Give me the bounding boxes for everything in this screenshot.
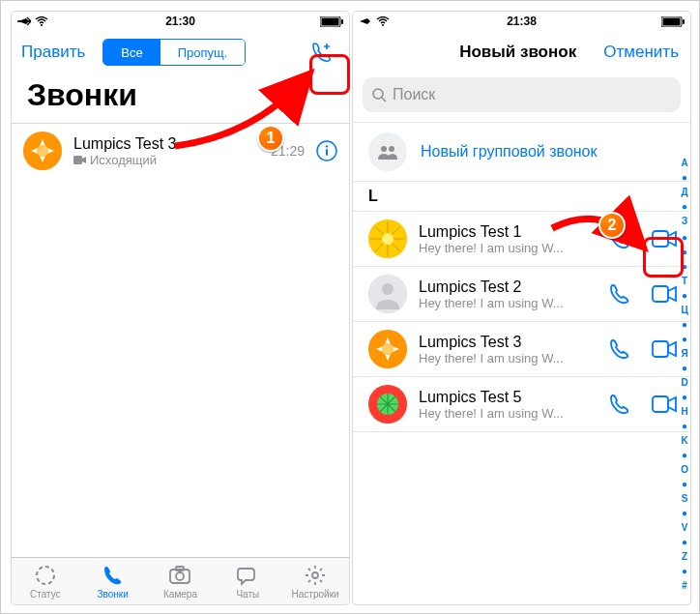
group-call-label: Новый групповой звонок [421,143,598,161]
voice-call-button[interactable] [603,278,636,310]
contact-name: Lumpics Test 5 [419,389,592,406]
camera-icon [168,564,191,587]
call-list-item[interactable]: Lumpics Test 3 Исходящий 21:29 [12,124,349,178]
video-call-button[interactable] [648,278,681,310]
nav-title: Новый звонок [432,43,603,62]
index-letter[interactable]: ● [682,362,687,374]
svg-rect-17 [663,17,681,25]
status-bar: 21:30 [12,12,349,31]
video-call-button[interactable] [648,222,681,255]
avatar [368,385,407,424]
contact-name: Lumpics Test 2 [419,278,592,296]
avatar [368,330,407,368]
tab-chats[interactable]: Чаты [214,558,281,604]
svg-rect-27 [653,286,668,302]
svg-rect-33 [653,396,668,412]
status-time: 21:38 [353,15,690,28]
edit-button[interactable]: Править [21,43,85,62]
index-letter[interactable]: ● [682,420,687,432]
new-call-button[interactable] [305,35,339,70]
svg-point-21 [389,146,394,152]
gear-icon [304,564,327,587]
wifi-icon [35,16,48,26]
contact-status: Hey there! I am using W... [419,296,564,310]
phone-icon [102,564,125,587]
step-badge-2: 2 [598,212,626,239]
svg-point-8 [326,145,328,147]
info-button[interactable] [316,140,337,161]
index-letter[interactable]: ● [682,246,687,258]
index-letter[interactable]: ● [682,318,687,331]
tab-calls[interactable]: Звонки [79,558,147,604]
phone-right: 21:38 Новый звонок Отменить Поиск Новый … [353,12,690,604]
contact-row[interactable]: Lumpics Test 2 Hey there! I am using W..… [353,267,690,322]
call-direction: Исходящий [90,153,157,167]
index-letter[interactable]: V [682,521,688,534]
index-letter[interactable]: ● [682,333,687,345]
svg-rect-18 [683,19,685,24]
index-letter[interactable]: ● [682,391,687,403]
index-letter[interactable]: ● [682,449,687,461]
svg-rect-6 [73,156,82,164]
status-time: 21:30 [12,15,349,28]
index-letter[interactable]: D [681,376,687,389]
index-letter[interactable]: Т [682,275,687,287]
tab-settings[interactable]: Настройки [281,558,349,604]
voice-call-button[interactable] [603,333,636,365]
tab-camera[interactable]: Камера [147,558,215,604]
avatar [368,219,407,258]
index-letter[interactable]: Ц [681,304,687,316]
index-letter[interactable]: H [681,405,687,418]
index-letter[interactable]: ● [682,231,687,244]
search-input[interactable]: Поиск [363,77,681,112]
video-call-button[interactable] [648,333,681,365]
avatar [368,275,407,313]
index-letter[interactable]: ● [682,565,687,577]
svg-point-26 [382,283,394,295]
segment-missed[interactable]: Пропущ. [160,40,246,65]
contact-row[interactable]: Lumpics Test 3 Hey there! I am using W..… [353,322,690,377]
index-letter[interactable]: K [681,434,687,447]
search-placeholder: Поиск [393,86,435,103]
airplane-icon [359,15,372,27]
cancel-button[interactable]: Отменить [603,43,679,62]
svg-point-19 [373,89,383,99]
svg-rect-11 [170,570,190,583]
svg-point-23 [382,233,394,245]
svg-rect-9 [326,149,328,156]
svg-point-15 [382,24,384,26]
call-name: Lumpics Test 3 [73,135,259,153]
contact-status: Hey there! I am using W... [419,351,564,365]
index-letter[interactable]: O [681,463,688,476]
index-list[interactable]: А●Д●З●●●Т●Ц●●Я●D●H●K●O●S●V●Z●# [681,157,688,592]
index-letter[interactable]: ● [682,507,687,519]
index-letter[interactable]: ● [682,171,687,184]
index-letter[interactable]: ● [682,536,687,548]
voice-call-button[interactable] [603,388,636,421]
index-letter[interactable]: ● [682,478,687,490]
contact-row[interactable]: Lumpics Test 5 Hey there! I am using W..… [353,377,690,432]
index-letter[interactable]: # [682,579,687,592]
svg-rect-2 [322,17,339,25]
contact-name: Lumpics Test 3 [419,334,592,351]
index-letter[interactable]: Я [682,347,688,360]
index-letter[interactable]: S [682,492,688,505]
svg-point-14 [312,572,318,578]
index-letter[interactable]: З [682,215,687,227]
segment-all[interactable]: Все [103,40,160,65]
index-letter[interactable]: ● [682,289,687,302]
index-letter[interactable]: А [681,157,687,169]
index-letter[interactable]: Z [682,550,687,563]
contact-row[interactable]: Lumpics Test 1 Hey there! I am using W..… [353,211,690,267]
section-header: L [353,182,690,211]
svg-rect-30 [653,341,668,357]
video-call-button[interactable] [648,388,681,421]
index-letter[interactable]: Д [682,186,688,198]
index-letter[interactable]: ● [682,260,687,273]
new-group-call[interactable]: Новый групповой звонок [353,122,690,182]
tab-status[interactable]: Статус [12,558,79,604]
segmented-control[interactable]: Все Пропущ. [102,39,246,66]
index-letter[interactable]: ● [682,200,687,213]
navbar: Новый звонок Отменить [353,31,690,73]
svg-rect-13 [176,567,184,570]
